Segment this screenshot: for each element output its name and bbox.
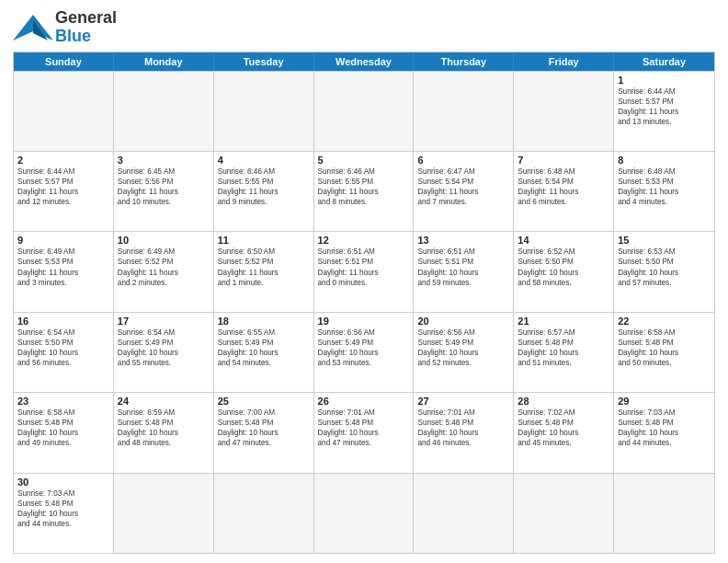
calendar-row-0: 1Sunrise: 6:44 AM Sunset: 5:57 PM Daylig… — [14, 71, 714, 151]
day-number: 10 — [118, 235, 210, 246]
weekday-header-tuesday: Tuesday — [214, 52, 314, 71]
day-number: 21 — [518, 316, 609, 327]
day-number: 28 — [518, 396, 609, 407]
day-info: Sunrise: 6:53 AM Sunset: 5:50 PM Dayligh… — [618, 247, 711, 287]
logo-general-text: General — [55, 9, 117, 28]
day-info: Sunrise: 6:47 AM Sunset: 5:54 PM Dayligh… — [417, 167, 509, 207]
day-info: Sunrise: 6:59 AM Sunset: 5:48 PM Dayligh… — [118, 408, 210, 448]
empty-cell — [314, 72, 415, 151]
logo-blue-text: Blue — [55, 28, 117, 46]
day-cell-27: 27Sunrise: 7:01 AM Sunset: 5:48 PM Dayli… — [414, 393, 514, 472]
day-cell-11: 11Sunrise: 6:50 AM Sunset: 5:52 PM Dayli… — [214, 232, 314, 311]
weekday-header-friday: Friday — [514, 52, 614, 71]
day-cell-21: 21Sunrise: 6:57 AM Sunset: 5:48 PM Dayli… — [514, 313, 614, 392]
day-info: Sunrise: 6:56 AM Sunset: 5:49 PM Dayligh… — [318, 327, 410, 368]
calendar-body: 1Sunrise: 6:44 AM Sunset: 5:57 PM Daylig… — [14, 71, 714, 553]
day-cell-9: 9Sunrise: 6:49 AM Sunset: 5:53 PM Daylig… — [14, 232, 114, 311]
empty-cell — [614, 474, 714, 553]
day-cell-7: 7Sunrise: 6:48 AM Sunset: 5:54 PM Daylig… — [514, 152, 614, 231]
day-cell-26: 26Sunrise: 7:01 AM Sunset: 5:48 PM Dayli… — [314, 393, 415, 472]
day-info: Sunrise: 6:48 AM Sunset: 5:53 PM Dayligh… — [618, 167, 711, 207]
day-number: 6 — [417, 155, 509, 166]
day-number: 5 — [318, 155, 410, 166]
day-number: 15 — [618, 235, 711, 246]
day-cell-20: 20Sunrise: 6:56 AM Sunset: 5:49 PM Dayli… — [414, 313, 514, 392]
day-info: Sunrise: 6:51 AM Sunset: 5:51 PM Dayligh… — [417, 247, 509, 287]
day-info: Sunrise: 7:02 AM Sunset: 5:48 PM Dayligh… — [518, 408, 609, 448]
day-cell-6: 6Sunrise: 6:47 AM Sunset: 5:54 PM Daylig… — [414, 152, 514, 231]
day-info: Sunrise: 6:45 AM Sunset: 5:56 PM Dayligh… — [118, 167, 210, 207]
day-number: 9 — [17, 235, 109, 246]
day-cell-2: 2Sunrise: 6:44 AM Sunset: 5:57 PM Daylig… — [14, 152, 114, 231]
day-info: Sunrise: 6:51 AM Sunset: 5:51 PM Dayligh… — [318, 247, 410, 287]
day-info: Sunrise: 6:48 AM Sunset: 5:54 PM Dayligh… — [518, 167, 609, 207]
day-number: 1 — [618, 75, 711, 86]
day-number: 3 — [118, 155, 210, 166]
empty-cell — [114, 72, 214, 151]
day-number: 29 — [618, 396, 711, 407]
day-number: 13 — [417, 235, 509, 246]
empty-cell — [514, 72, 614, 151]
day-info: Sunrise: 6:46 AM Sunset: 5:55 PM Dayligh… — [218, 167, 310, 207]
day-info: Sunrise: 6:54 AM Sunset: 5:49 PM Dayligh… — [118, 327, 210, 368]
logo: General Blue — [13, 9, 117, 46]
day-number: 4 — [218, 155, 310, 166]
day-info: Sunrise: 6:44 AM Sunset: 5:57 PM Dayligh… — [618, 86, 711, 127]
day-info: Sunrise: 6:58 AM Sunset: 5:48 PM Dayligh… — [618, 327, 711, 368]
calendar-row-1: 2Sunrise: 6:44 AM Sunset: 5:57 PM Daylig… — [14, 151, 714, 231]
day-cell-30: 30Sunrise: 7:03 AM Sunset: 5:48 PM Dayli… — [14, 474, 114, 553]
day-cell-14: 14Sunrise: 6:52 AM Sunset: 5:50 PM Dayli… — [514, 232, 614, 311]
empty-cell — [414, 474, 514, 553]
day-cell-12: 12Sunrise: 6:51 AM Sunset: 5:51 PM Dayli… — [314, 232, 415, 311]
empty-cell — [14, 72, 114, 151]
day-number: 30 — [17, 477, 109, 488]
day-info: Sunrise: 6:56 AM Sunset: 5:49 PM Dayligh… — [417, 327, 509, 368]
day-number: 18 — [218, 316, 310, 327]
day-number: 25 — [218, 396, 310, 407]
day-info: Sunrise: 6:50 AM Sunset: 5:52 PM Dayligh… — [218, 247, 310, 287]
day-info: Sunrise: 6:55 AM Sunset: 5:49 PM Dayligh… — [218, 327, 310, 368]
day-cell-16: 16Sunrise: 6:54 AM Sunset: 5:50 PM Dayli… — [14, 313, 114, 392]
day-number: 26 — [318, 396, 410, 407]
day-number: 24 — [118, 396, 210, 407]
day-number: 2 — [17, 155, 109, 166]
day-info: Sunrise: 7:03 AM Sunset: 5:48 PM Dayligh… — [618, 408, 711, 448]
day-info: Sunrise: 6:57 AM Sunset: 5:48 PM Dayligh… — [518, 327, 609, 368]
day-cell-10: 10Sunrise: 6:49 AM Sunset: 5:52 PM Dayli… — [114, 232, 214, 311]
calendar-row-2: 9Sunrise: 6:49 AM Sunset: 5:53 PM Daylig… — [14, 231, 714, 311]
day-number: 20 — [417, 316, 509, 327]
day-info: Sunrise: 6:58 AM Sunset: 5:48 PM Dayligh… — [17, 408, 109, 448]
day-number: 12 — [318, 235, 410, 246]
day-number: 16 — [17, 316, 109, 327]
day-cell-19: 19Sunrise: 6:56 AM Sunset: 5:49 PM Dayli… — [314, 313, 415, 392]
day-cell-23: 23Sunrise: 6:58 AM Sunset: 5:48 PM Dayli… — [14, 393, 114, 472]
calendar-row-5: 30Sunrise: 7:03 AM Sunset: 5:48 PM Dayli… — [14, 473, 714, 553]
weekday-header-monday: Monday — [114, 52, 214, 71]
calendar: SundayMondayTuesdayWednesdayThursdayFrid… — [13, 52, 715, 554]
day-number: 23 — [17, 396, 109, 407]
day-cell-24: 24Sunrise: 6:59 AM Sunset: 5:48 PM Dayli… — [114, 393, 214, 472]
calendar-row-4: 23Sunrise: 6:58 AM Sunset: 5:48 PM Dayli… — [14, 392, 714, 472]
empty-cell — [414, 72, 514, 151]
day-info: Sunrise: 6:46 AM Sunset: 5:55 PM Dayligh… — [318, 167, 410, 207]
day-cell-1: 1Sunrise: 6:44 AM Sunset: 5:57 PM Daylig… — [614, 72, 714, 151]
calendar-row-3: 16Sunrise: 6:54 AM Sunset: 5:50 PM Dayli… — [14, 312, 714, 392]
logo-icon — [13, 11, 53, 44]
day-cell-18: 18Sunrise: 6:55 AM Sunset: 5:49 PM Dayli… — [214, 313, 314, 392]
page: General Blue SundayMondayTuesdayWednesda… — [0, 0, 728, 563]
day-info: Sunrise: 7:00 AM Sunset: 5:48 PM Dayligh… — [218, 408, 310, 448]
empty-cell — [514, 474, 614, 553]
day-cell-17: 17Sunrise: 6:54 AM Sunset: 5:49 PM Dayli… — [114, 313, 214, 392]
weekday-header-saturday: Saturday — [614, 52, 714, 71]
day-cell-29: 29Sunrise: 7:03 AM Sunset: 5:48 PM Dayli… — [614, 393, 714, 472]
empty-cell — [214, 474, 314, 553]
day-info: Sunrise: 6:49 AM Sunset: 5:52 PM Dayligh… — [118, 247, 210, 287]
header: General Blue — [13, 9, 715, 46]
day-cell-4: 4Sunrise: 6:46 AM Sunset: 5:55 PM Daylig… — [214, 152, 314, 231]
weekday-header-wednesday: Wednesday — [314, 52, 415, 71]
day-number: 19 — [318, 316, 410, 327]
empty-cell — [214, 72, 314, 151]
day-number: 27 — [417, 396, 509, 407]
day-info: Sunrise: 7:01 AM Sunset: 5:48 PM Dayligh… — [417, 408, 509, 448]
day-number: 7 — [518, 155, 609, 166]
